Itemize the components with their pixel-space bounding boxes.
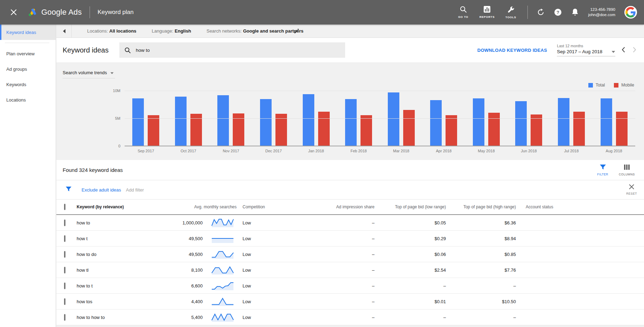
select-all-checkbox[interactable] — [64, 204, 65, 210]
previous-period-icon[interactable] — [622, 47, 625, 54]
help-icon[interactable]: ? — [554, 8, 562, 16]
row-checkbox[interactable] — [64, 267, 65, 273]
bar-total-oct-2017[interactable] — [175, 97, 187, 146]
bar-total-jun-2018[interactable] — [515, 101, 527, 146]
col-header-ad-impression-share[interactable]: Ad impression share — [292, 204, 377, 209]
col-header-competition[interactable]: Competition — [243, 204, 292, 209]
bid-high-cell: $0.85 — [449, 252, 519, 257]
x-axis-label-dec-2017: Dec 2017 — [252, 149, 295, 153]
bar-total-nov-2017[interactable] — [217, 95, 229, 146]
table-row-how-to: how to1,000,000Low–$0.05$6.36 — [56, 215, 644, 231]
date-range-caption: Last 12 months — [557, 44, 615, 48]
bar-total-apr-2018[interactable] — [430, 100, 442, 146]
bid-low-cell: $0.01 — [377, 299, 449, 304]
row-checkbox[interactable] — [64, 314, 65, 321]
exclude-adult-ideas-filter[interactable]: Exclude adult ideas — [82, 187, 121, 193]
collapse-panel-button[interactable] — [56, 25, 72, 37]
setting-locations[interactable]: Locations:All locations — [87, 28, 136, 34]
row-checkbox[interactable] — [64, 235, 65, 242]
bid-high-cell: $10.50 — [449, 299, 519, 304]
topbar-divider — [527, 6, 528, 19]
bar-total-sep-2017[interactable] — [132, 98, 144, 146]
competition-cell: Low — [243, 220, 292, 225]
table-row-how-to-how-to: how to how to5,400Low––– — [56, 309, 644, 325]
setting-language[interactable]: Language:English — [152, 28, 191, 34]
ad-impression-share-cell: – — [292, 315, 377, 320]
competition-cell: Low — [243, 236, 292, 241]
close-icon[interactable] — [9, 8, 18, 17]
keyword-search-input[interactable] — [136, 48, 340, 53]
sidebar-item-ad-groups[interactable]: Ad groups — [0, 61, 56, 77]
chart-legend: TotalMobile — [588, 83, 634, 88]
add-filter-input[interactable]: Add filter — [126, 187, 144, 193]
bar-total-feb-2018[interactable] — [345, 99, 357, 146]
bar-mobile-apr-2018[interactable] — [446, 115, 457, 146]
next-period-icon[interactable] — [633, 47, 636, 54]
ad-impression-share-cell: – — [292, 220, 377, 225]
keyword-cell: how to how to — [73, 315, 164, 320]
row-checkbox[interactable] — [64, 298, 65, 305]
date-range-select[interactable]: Last 12 months Sep 2017 – Aug 2018 — [557, 44, 615, 56]
bar-total-jul-2018[interactable] — [558, 98, 569, 146]
search-volume-chart: Search volume trends TotalMobile 10M5M0 … — [56, 62, 644, 160]
avg-monthly-searches-cell: 8,100 — [164, 267, 203, 273]
edit-settings-icon[interactable] — [294, 25, 300, 37]
sidebar-item-keywords[interactable]: Keywords — [0, 77, 56, 92]
chart-type-dropdown[interactable]: Search volume trends — [63, 70, 115, 78]
sidebar-item-keyword-ideas[interactable]: Keyword ideas — [0, 25, 56, 40]
brand-name: Google Ads — [41, 8, 82, 17]
x-axis-label-oct-2017: Oct 2017 — [167, 149, 210, 153]
gridline-10M — [125, 91, 635, 91]
bar-total-may-2018[interactable] — [473, 98, 484, 146]
bid-low-cell: $0.06 — [377, 252, 449, 257]
avg-monthly-searches-cell: 5,400 — [164, 315, 203, 320]
bar-mobile-jan-2018[interactable] — [318, 112, 330, 146]
refresh-icon[interactable] — [537, 8, 545, 16]
bar-mobile-dec-2017[interactable] — [275, 114, 287, 146]
columns-button[interactable]: COLUMNS — [619, 164, 635, 176]
legend-swatch-mobile — [614, 83, 618, 88]
col-header-avg-monthly-searches[interactable]: Avg. monthly searches — [164, 204, 243, 209]
bid-high-cell: $8.94 — [449, 236, 519, 241]
page-title: Keyword ideas — [63, 46, 119, 54]
bar-mobile-jul-2018[interactable] — [573, 112, 585, 146]
bar-mobile-may-2018[interactable] — [488, 113, 500, 146]
reports-icon — [483, 6, 491, 14]
bar-mobile-mar-2018[interactable] — [403, 110, 415, 146]
topbar-divider — [90, 6, 90, 18]
col-header-top-of-page-bid-low[interactable]: Top of page bid (low range) — [377, 204, 449, 209]
sidebar: Keyword ideasPlan overviewAd groupsKeywo… — [0, 25, 56, 327]
bid-low-cell: – — [377, 283, 449, 288]
sidebar-item-locations[interactable]: Locations — [0, 92, 56, 107]
row-checkbox[interactable] — [64, 283, 65, 289]
bar-total-jan-2018[interactable] — [303, 94, 314, 146]
bid-low-cell: $0.05 — [377, 220, 449, 225]
avatar[interactable] — [624, 6, 637, 19]
ad-impression-share-cell: – — [292, 252, 377, 257]
topbar-nav-go-to[interactable]: GO TO — [455, 6, 471, 19]
bar-total-aug-2018[interactable] — [601, 98, 612, 146]
topbar-nav-tools[interactable]: TOOLS — [503, 6, 518, 19]
bar-total-mar-2018[interactable] — [388, 92, 399, 146]
col-header-keyword[interactable]: Keyword (by relevance) — [73, 204, 164, 209]
bar-mobile-feb-2018[interactable] — [360, 115, 372, 146]
col-header-top-of-page-bid-high[interactable]: Top of page bid (high range) — [449, 204, 519, 209]
bar-mobile-jun-2018[interactable] — [531, 114, 542, 146]
reset-filters-button[interactable]: RESET — [626, 184, 637, 195]
setting-search-networks[interactable]: Search networks:Google and search partne… — [206, 28, 303, 34]
bar-mobile-aug-2018[interactable] — [616, 112, 628, 146]
bar-mobile-sep-2017[interactable] — [148, 115, 159, 146]
sidebar-item-plan-overview[interactable]: Plan overview — [0, 46, 56, 61]
filter-button[interactable]: FILTER — [597, 164, 608, 176]
avg-monthly-searches-cell: 49,500 — [164, 252, 203, 257]
row-checkbox[interactable] — [64, 220, 65, 226]
bar-mobile-oct-2017[interactable] — [190, 114, 202, 146]
notifications-icon[interactable] — [571, 8, 579, 16]
keyword-search-box[interactable] — [119, 42, 345, 58]
row-checkbox[interactable] — [64, 251, 65, 258]
col-header-account-status[interactable]: Account status — [519, 204, 644, 209]
topbar-nav-reports[interactable]: REPORTS — [479, 6, 495, 19]
table-row-how-to-do: how to do49,500Low–$0.06$0.85 — [56, 246, 644, 262]
download-keyword-ideas-button[interactable]: DOWNLOAD KEYWORD IDEAS — [477, 48, 547, 53]
bar-total-dec-2017[interactable] — [260, 99, 272, 146]
